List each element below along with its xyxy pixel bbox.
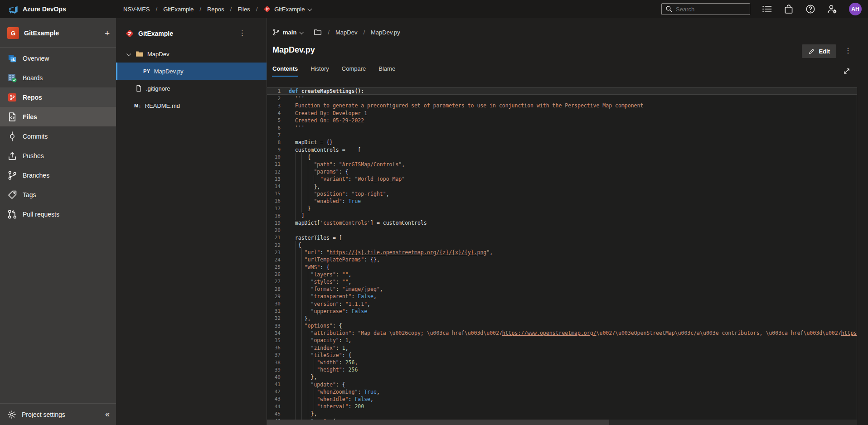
tree-item-readme.md[interactable]: M↓README.md bbox=[116, 97, 267, 114]
sidebar-item-repos[interactable]: Repos bbox=[0, 87, 116, 107]
repo-header[interactable]: GitExample ⋮ bbox=[116, 25, 267, 42]
code-line[interactable]: 33 "options": { bbox=[267, 322, 857, 329]
user-settings-icon[interactable] bbox=[827, 4, 837, 14]
code-line[interactable]: 8 mapDict = {} bbox=[267, 139, 857, 146]
code-line[interactable]: 34 "attribution": "Map data \u0026copy; … bbox=[267, 329, 857, 337]
code-line[interactable]: 44 "interval": 200 bbox=[267, 403, 857, 410]
marketplace-bag-icon[interactable] bbox=[784, 4, 794, 14]
scrollbar-thumb[interactable] bbox=[267, 420, 609, 425]
code-line[interactable]: 14 }, bbox=[267, 183, 857, 190]
sidebar-item-pushes[interactable]: Pushes bbox=[0, 146, 116, 165]
code-line[interactable]: 18 ] bbox=[267, 212, 857, 219]
breadcrumb-item[interactable]: GitExample bbox=[163, 6, 194, 13]
sidebar-item-boards[interactable]: Boards bbox=[0, 68, 116, 87]
code-editor[interactable]: 1def createMapSettings():2 '''3 Function… bbox=[267, 87, 857, 425]
code-line[interactable]: 30 "version": "1.1.1", bbox=[267, 300, 857, 307]
divider bbox=[0, 47, 116, 48]
tree-item-.gitignore[interactable]: .gitignore bbox=[116, 80, 267, 97]
sidebar-item-pull-requests[interactable]: Pull requests bbox=[0, 204, 116, 224]
code-line[interactable]: 7 bbox=[267, 131, 857, 139]
code-line[interactable]: 36 "zIndex": 1, bbox=[267, 344, 857, 352]
search-box[interactable] bbox=[661, 3, 750, 15]
sidebar-item-overview[interactable]: Overview bbox=[0, 48, 116, 68]
edit-button[interactable]: Edit bbox=[802, 44, 836, 58]
code-line[interactable]: 20 bbox=[267, 227, 857, 234]
code-line[interactable]: 25 "WMS": { bbox=[267, 264, 857, 271]
code-line[interactable]: 45 }, bbox=[267, 410, 857, 417]
code-line[interactable]: 2 ''' bbox=[267, 95, 857, 102]
branch-selector[interactable]: main bbox=[272, 29, 303, 36]
code-line[interactable]: 17 } bbox=[267, 205, 857, 212]
sidebar-item-branches[interactable]: Branches bbox=[0, 165, 116, 185]
path-crumb[interactable]: MapDev bbox=[335, 29, 357, 36]
code-line[interactable]: 15 "position": "top-right", bbox=[267, 190, 857, 198]
code-line[interactable]: 40 }, bbox=[267, 373, 857, 381]
product-home[interactable]: Azure DevOps bbox=[0, 4, 116, 14]
breadcrumb-separator: / bbox=[230, 6, 232, 13]
code-text: "whenIdle": False, bbox=[289, 396, 373, 402]
add-project-item-button[interactable]: + bbox=[105, 29, 110, 38]
code-line[interactable]: 37 "tileSize": { bbox=[267, 352, 857, 359]
sidebar-item-label: Branches bbox=[23, 172, 49, 179]
code-line[interactable]: 3 Function to generate a preconfigured s… bbox=[267, 102, 857, 109]
search-input[interactable] bbox=[676, 6, 739, 13]
avatar[interactable]: AH bbox=[849, 3, 862, 15]
help-icon[interactable] bbox=[805, 4, 815, 14]
sidebar-item-commits[interactable]: Commits bbox=[0, 126, 116, 146]
list-check-icon[interactable] bbox=[762, 4, 772, 14]
collapse-sidebar-button[interactable]: « bbox=[105, 410, 110, 419]
repo-more-options-button[interactable]: ⋮ bbox=[239, 29, 246, 36]
code-line[interactable]: 13 "variant": "World_Topo_Map" bbox=[267, 175, 857, 183]
breadcrumb-item[interactable]: Repos bbox=[207, 6, 224, 13]
horizontal-scrollbar[interactable] bbox=[267, 420, 857, 425]
folder-outline-icon[interactable] bbox=[314, 28, 322, 36]
code-line[interactable]: 1def createMapSettings(): bbox=[267, 87, 857, 95]
code-line[interactable]: 19 mapDict['customControls'] = customCon… bbox=[267, 219, 857, 227]
code-line[interactable]: 26 "layers": "", bbox=[267, 271, 857, 278]
code-line[interactable]: 6 ''' bbox=[267, 124, 857, 131]
code-line[interactable]: 24 "urlTemplateParams": {}, bbox=[267, 256, 857, 263]
file-more-options-button[interactable]: ⋮ bbox=[844, 47, 852, 54]
code-line[interactable]: 43 "whenIdle": False, bbox=[267, 396, 857, 403]
project-header[interactable]: G GitExample + bbox=[0, 18, 116, 43]
code-line[interactable]: 27 "styles": "", bbox=[267, 278, 857, 285]
tree-item-mapdev[interactable]: MapDev bbox=[116, 45, 267, 63]
line-number: 33 bbox=[267, 323, 281, 329]
tab-blame[interactable]: Blame bbox=[378, 65, 395, 77]
code-line[interactable]: 35 "opacity": 1, bbox=[267, 337, 857, 344]
chevron-down-icon[interactable] bbox=[126, 51, 131, 56]
path-crumb[interactable]: MapDev.py bbox=[371, 29, 400, 36]
code-line[interactable]: 32 }, bbox=[267, 315, 857, 322]
code-line[interactable]: 11 "path": "ArcGISMap/Controls", bbox=[267, 161, 857, 168]
tree-item-mapdev.py[interactable]: PYMapDev.py bbox=[116, 63, 267, 80]
code-line[interactable]: 10 { bbox=[267, 154, 857, 161]
code-line[interactable]: 5 Created On: 05-29-2022 bbox=[267, 117, 857, 124]
tab-history[interactable]: History bbox=[310, 65, 329, 77]
breadcrumb-item[interactable]: NSV-MES bbox=[123, 6, 150, 13]
code-line[interactable]: 31 "uppercase": False bbox=[267, 308, 857, 315]
project-settings-item[interactable]: Project settings « bbox=[0, 403, 116, 425]
code-line[interactable]: 4 Created By: Developer 1 bbox=[267, 110, 857, 117]
fullscreen-expand-icon[interactable] bbox=[843, 67, 851, 75]
code-line[interactable]: 12 "params": { bbox=[267, 168, 857, 175]
code-line[interactable]: 22 { bbox=[267, 241, 857, 249]
code-line[interactable]: 29 "transparent": False, bbox=[267, 293, 857, 300]
code-line[interactable]: 41 "update": { bbox=[267, 381, 857, 388]
code-line[interactable]: 9 customControls = [ bbox=[267, 146, 857, 154]
code-line[interactable]: 28 "format": "image/jpeg", bbox=[267, 285, 857, 293]
sidebar-item-tags[interactable]: Tags bbox=[0, 185, 116, 204]
code-line[interactable]: 23 "url": "https://{s}.tile.openstreetma… bbox=[267, 249, 857, 256]
indent-guide bbox=[314, 175, 314, 183]
code-line[interactable]: 39 "height": 256 bbox=[267, 366, 857, 373]
breadcrumb-repo-selector[interactable]: GitExample bbox=[263, 5, 311, 13]
line-number: 42 bbox=[267, 389, 281, 395]
tab-contents[interactable]: Contents bbox=[272, 65, 298, 77]
code-line[interactable]: 21 rasterTiles = [ bbox=[267, 234, 857, 241]
code-line[interactable]: 42 "whenZooming": True, bbox=[267, 388, 857, 396]
tab-compare[interactable]: Compare bbox=[342, 65, 366, 77]
code-line[interactable]: 16 "enabled": True bbox=[267, 198, 857, 205]
sidebar-item-files[interactable]: Files bbox=[0, 107, 116, 126]
breadcrumb-item[interactable]: Files bbox=[238, 6, 250, 13]
code-line[interactable]: 38 "width": 256, bbox=[267, 359, 857, 366]
code-text: mapDict = {} bbox=[289, 139, 333, 145]
